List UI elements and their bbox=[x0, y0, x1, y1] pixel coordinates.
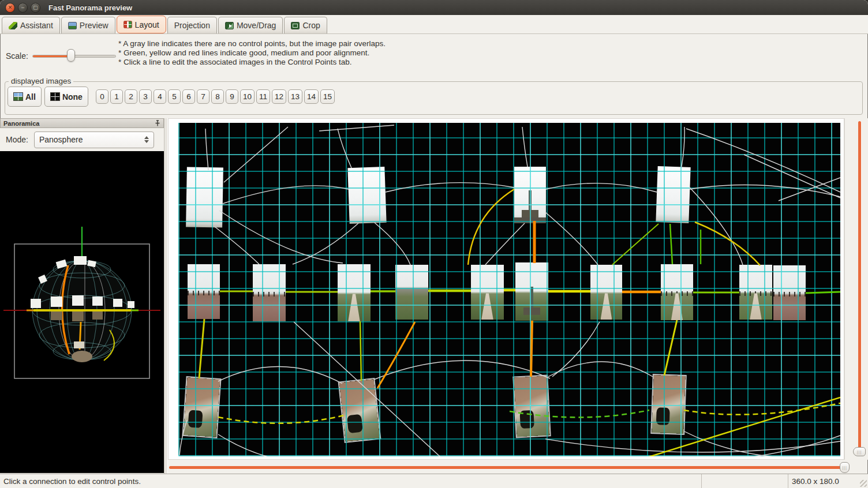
connection-line[interactable] bbox=[686, 129, 840, 192]
all-button[interactable]: All bbox=[8, 87, 42, 107]
image-toggle-button-12[interactable]: 12 bbox=[272, 89, 286, 104]
connection-line[interactable] bbox=[552, 322, 600, 377]
image-toggle-button-10[interactable]: 10 bbox=[240, 89, 255, 104]
connection-line[interactable] bbox=[806, 292, 840, 293]
connection-line[interactable] bbox=[522, 127, 527, 167]
maximize-button[interactable]: ▢ bbox=[31, 3, 40, 13]
connection-line[interactable] bbox=[548, 362, 653, 377]
connection-line[interactable] bbox=[690, 187, 743, 265]
tab-projection[interactable]: Projection bbox=[167, 17, 217, 33]
panosphere-preview[interactable] bbox=[0, 151, 164, 473]
image-toggle-button-2[interactable]: 2 bbox=[125, 89, 137, 104]
connection-line[interactable] bbox=[638, 397, 840, 456]
connection-line[interactable] bbox=[215, 227, 259, 264]
displayed-images-group: displayed images All None 01234567891011… bbox=[5, 81, 863, 115]
connection-line[interactable] bbox=[377, 322, 415, 388]
connection-line[interactable] bbox=[468, 189, 514, 265]
vertical-scrollbar[interactable]: ||| bbox=[844, 118, 868, 460]
image-toggle-button-7[interactable]: 7 bbox=[197, 89, 209, 104]
vertical-scrollbar-track[interactable] bbox=[858, 121, 861, 454]
no-images-icon bbox=[50, 92, 60, 101]
connection-line[interactable] bbox=[218, 434, 278, 456]
connection-line[interactable] bbox=[218, 366, 342, 384]
connection-line[interactable] bbox=[319, 125, 394, 131]
panel-title: Panoramica bbox=[3, 120, 39, 127]
panel-header: Panoramica bbox=[0, 118, 164, 128]
connection-line[interactable] bbox=[750, 436, 840, 456]
connection-line[interactable] bbox=[612, 224, 659, 265]
image-toggle-button-5[interactable]: 5 bbox=[168, 89, 181, 104]
connection-line[interactable] bbox=[690, 185, 840, 197]
connection-line[interactable] bbox=[205, 129, 208, 170]
image-number-buttons: 0123456789101112131415 bbox=[96, 89, 335, 104]
tab-assistant[interactable]: Assistant bbox=[2, 17, 60, 33]
image-toggle-button-9[interactable]: 9 bbox=[226, 89, 238, 104]
connection-line[interactable] bbox=[744, 155, 840, 198]
note-line: * Click a line to edit the associated im… bbox=[118, 58, 386, 67]
image-toggle-button-15[interactable]: 15 bbox=[320, 89, 335, 104]
connection-line[interactable] bbox=[545, 439, 840, 452]
resize-grip-icon[interactable] bbox=[860, 480, 867, 487]
connection-line[interactable] bbox=[375, 223, 410, 265]
horizontal-scrollbar[interactable]: ||| bbox=[169, 461, 852, 473]
image-toggle-button-11[interactable]: 11 bbox=[256, 89, 270, 104]
connection-line[interactable] bbox=[386, 183, 514, 192]
connection-line[interactable] bbox=[223, 186, 349, 204]
image-toggle-button-0[interactable]: 0 bbox=[96, 89, 108, 104]
minimize-button[interactable]: – bbox=[18, 3, 28, 13]
tab-crop[interactable]: Crop bbox=[284, 17, 327, 33]
connection-line[interactable] bbox=[374, 361, 550, 380]
connection-line[interactable] bbox=[485, 223, 525, 265]
connection-line[interactable] bbox=[218, 415, 344, 423]
pin-icon[interactable] bbox=[155, 120, 160, 127]
dock-separator[interactable] bbox=[164, 118, 168, 474]
image-toggle-button-13[interactable]: 13 bbox=[288, 89, 302, 104]
connection-line[interactable] bbox=[293, 223, 358, 264]
connection-line[interactable] bbox=[219, 211, 343, 263]
scale-slider-thumb[interactable] bbox=[67, 49, 75, 62]
toolbar: Scale: * A gray line indicates there are… bbox=[0, 34, 868, 80]
connection-line[interactable] bbox=[199, 319, 204, 378]
layout-canvas[interactable] bbox=[168, 118, 844, 460]
image-toggle-button-6[interactable]: 6 bbox=[182, 89, 195, 104]
vertical-scrollbar-thumb[interactable]: ||| bbox=[853, 447, 866, 456]
tab-label: Assistant bbox=[20, 21, 53, 30]
scale-label: Scale: bbox=[6, 51, 28, 61]
close-button[interactable]: ✕ bbox=[5, 3, 15, 13]
titlebar: ✕ – ▢ Fast Panorama preview bbox=[0, 0, 868, 15]
connection-line[interactable] bbox=[510, 410, 649, 418]
control-point-connections bbox=[178, 123, 840, 456]
connection-line[interactable] bbox=[664, 320, 677, 376]
image-toggle-button-3[interactable]: 3 bbox=[139, 89, 152, 104]
image-toggle-button-1[interactable]: 1 bbox=[110, 89, 123, 104]
all-images-icon bbox=[13, 92, 23, 101]
connection-line[interactable] bbox=[779, 178, 840, 201]
horizontal-scrollbar-track[interactable] bbox=[169, 466, 845, 469]
mode-dropdown[interactable]: Panosphere bbox=[34, 132, 154, 148]
connection-line[interactable] bbox=[360, 321, 361, 381]
connection-line[interactable] bbox=[338, 129, 351, 168]
connection-line[interactable] bbox=[179, 420, 187, 455]
tab-preview[interactable]: Preview bbox=[61, 17, 115, 33]
tab-layout[interactable]: Layout bbox=[117, 16, 166, 33]
connection-line[interactable] bbox=[546, 183, 657, 192]
connection-line[interactable] bbox=[695, 222, 760, 265]
image-toggle-button-14[interactable]: 14 bbox=[304, 89, 319, 104]
connection-line[interactable] bbox=[531, 321, 532, 377]
tab-move-drag[interactable]: Move/Drag bbox=[218, 17, 283, 33]
crop-icon bbox=[291, 22, 300, 29]
connection-line[interactable] bbox=[294, 322, 441, 456]
connection-line[interactable] bbox=[682, 127, 684, 167]
image-toggle-button-4[interactable]: 4 bbox=[154, 89, 166, 104]
tab-label: Crop bbox=[302, 21, 320, 30]
note-line: * A gray line indicates there are no con… bbox=[118, 39, 386, 48]
none-button[interactable]: None bbox=[44, 87, 88, 107]
connection-line[interactable] bbox=[224, 127, 288, 182]
connection-line[interactable] bbox=[670, 224, 672, 264]
horizontal-scrollbar-thumb[interactable]: ||| bbox=[840, 462, 850, 473]
tab-bar: AssistantPreviewLayoutProjectionMove/Dra… bbox=[0, 15, 868, 34]
layout-main-area: ||| ||| bbox=[168, 118, 868, 474]
image-toggle-button-8[interactable]: 8 bbox=[211, 89, 224, 104]
connection-line[interactable] bbox=[545, 212, 598, 265]
spinner-icon bbox=[144, 136, 149, 143]
